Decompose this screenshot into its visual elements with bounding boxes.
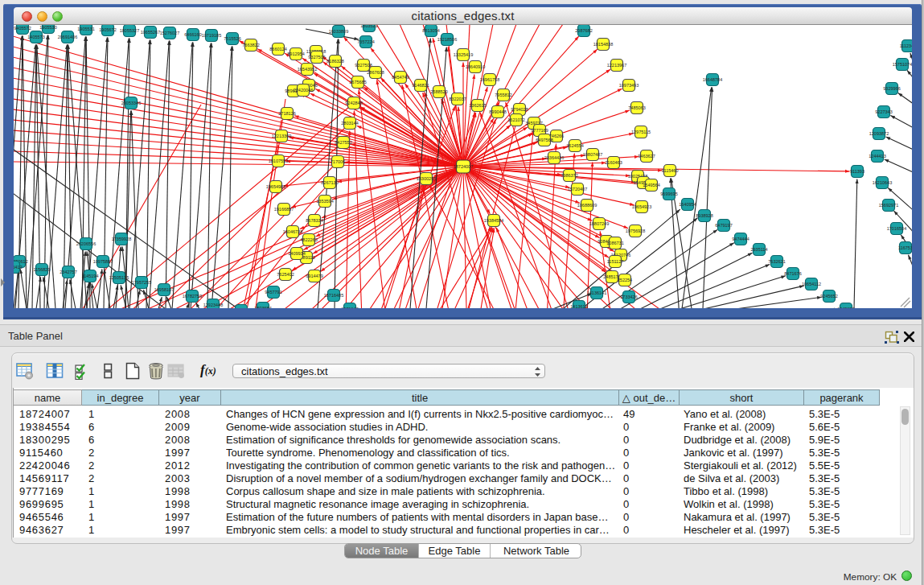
svg-text:252254: 252254 [618, 278, 632, 282]
svg-text:1145194: 1145194 [81, 274, 98, 278]
svg-text:8427552: 8427552 [335, 140, 351, 145]
svg-text:18724007: 18724007 [454, 164, 473, 169]
svg-text:9777169: 9777169 [531, 128, 548, 133]
svg-text:10958107: 10958107 [154, 287, 174, 292]
svg-text:8990448: 8990448 [489, 109, 506, 114]
svg-text:10975887: 10975887 [93, 259, 113, 264]
svg-text:12923448: 12923448 [203, 303, 223, 307]
svg-text:18055327: 18055327 [120, 28, 139, 33]
svg-text:1405573: 1405573 [27, 35, 44, 39]
svg-text:9227343: 9227343 [875, 109, 892, 114]
svg-text:1362615: 1362615 [469, 103, 486, 108]
svg-text:2935114: 2935114 [750, 247, 767, 252]
svg-text:2803144: 2803144 [341, 121, 358, 126]
svg-text:7515526: 7515526 [224, 36, 240, 41]
svg-text:9242848: 9242848 [345, 101, 362, 105]
svg-text:7357224: 7357224 [357, 39, 374, 44]
svg-text:10719185: 10719185 [202, 33, 221, 38]
svg-text:717006: 717006 [331, 159, 345, 164]
svg-text:9327505: 9327505 [308, 55, 325, 60]
svg-text:16543952: 16543952 [298, 67, 317, 72]
svg-text:10654112: 10654112 [802, 282, 821, 286]
svg-text:8938928: 8938928 [696, 213, 713, 218]
svg-text:1640954: 1640954 [679, 202, 696, 207]
svg-text:18807249: 18807249 [589, 221, 609, 226]
svg-text:16046738: 16046738 [283, 229, 302, 234]
svg-text:9329966: 9329966 [883, 86, 900, 91]
svg-text:2867608: 2867608 [367, 70, 384, 75]
svg-text:1733426: 1733426 [620, 295, 637, 299]
svg-text:8186328: 8186328 [326, 59, 343, 64]
svg-text:8660124: 8660124 [269, 47, 286, 51]
svg-text:3675685: 3675685 [349, 80, 366, 84]
svg-text:19654923: 19654923 [632, 204, 651, 209]
svg-text:1353594: 1353594 [316, 199, 333, 204]
svg-text:17016504: 17016504 [887, 226, 906, 231]
svg-text:18107553: 18107553 [269, 159, 288, 163]
svg-text:20053346: 20053346 [121, 101, 141, 105]
svg-text:20691406: 20691406 [58, 35, 77, 39]
svg-text:8267130: 8267130 [321, 180, 338, 185]
svg-text:15276027: 15276027 [160, 31, 179, 35]
svg-text:1156829: 1156829 [33, 267, 50, 272]
svg-text:18300295: 18300295 [417, 176, 436, 181]
svg-text:9115460: 9115460 [661, 168, 678, 173]
svg-text:1803684: 1803684 [254, 306, 271, 308]
svg-text:1244413: 1244413 [869, 154, 885, 159]
svg-text:8813054: 8813054 [422, 28, 439, 33]
svg-text:20364436: 20364436 [544, 155, 564, 160]
svg-text:22420046: 22420046 [294, 88, 313, 93]
svg-text:9405572: 9405572 [14, 26, 31, 31]
svg-text:9327508: 9327508 [355, 63, 372, 68]
svg-text:1151127: 1151127 [607, 259, 624, 264]
svg-text:8678334: 8678334 [306, 218, 322, 223]
svg-text:8912954: 8912954 [287, 51, 304, 56]
svg-text:19756928: 19756928 [626, 229, 645, 233]
svg-text:3624554: 3624554 [566, 143, 583, 148]
svg-text:14136141: 14136141 [587, 290, 606, 295]
svg-text:1086731: 1086731 [606, 241, 623, 245]
svg-text:9699695: 9699695 [660, 192, 677, 196]
svg-text:9457791: 9457791 [265, 290, 281, 295]
svg-text:10807487: 10807487 [583, 152, 602, 157]
svg-text:12093872: 12093872 [869, 131, 889, 136]
svg-text:7986372: 7986372 [561, 173, 577, 178]
svg-text:1245652: 1245652 [837, 307, 854, 308]
svg-text:17359928: 17359928 [112, 237, 131, 241]
svg-text:9146821: 9146821 [412, 83, 429, 88]
svg-text:17957255: 17957255 [132, 280, 151, 285]
svg-text:1549564: 1549564 [643, 183, 659, 187]
svg-text:19654985: 19654985 [266, 184, 285, 189]
svg-text:16782759: 16782759 [183, 294, 202, 299]
svg-text:9463627: 9463627 [638, 154, 655, 159]
svg-text:7485063: 7485063 [628, 105, 645, 110]
svg-text:8454749: 8454749 [392, 75, 409, 80]
svg-text:1621072: 1621072 [507, 117, 524, 122]
svg-text:1905530: 1905530 [39, 25, 56, 30]
svg-text:10655267: 10655267 [141, 30, 160, 35]
svg-text:2342757: 2342757 [60, 270, 76, 274]
svg-text:16210643: 16210643 [873, 180, 892, 185]
svg-text:1571648: 1571648 [341, 307, 358, 308]
svg-text:9245652: 9245652 [820, 294, 837, 299]
svg-text:15716485: 15716485 [324, 293, 343, 298]
svg-text:13325419: 13325419 [454, 52, 473, 57]
svg-text:10688609: 10688609 [577, 203, 597, 208]
svg-text:10973493: 10973493 [619, 83, 639, 88]
svg-text:2160463: 2160463 [605, 160, 622, 165]
svg-text:16961758: 16961758 [480, 77, 499, 82]
svg-text:16648784: 16648784 [703, 77, 722, 82]
svg-text:3915412: 3915412 [14, 265, 23, 270]
svg-text:6466160: 6466160 [184, 32, 201, 37]
svg-text:19218506: 19218506 [437, 37, 457, 42]
svg-text:12975115: 12975115 [631, 130, 651, 134]
svg-text:116753: 116753 [898, 245, 912, 250]
svg-text:18640910: 18640910 [466, 64, 485, 69]
svg-text:15751074: 15751074 [893, 62, 912, 67]
svg-text:7663822: 7663822 [242, 43, 259, 47]
svg-text:18154838: 18154838 [593, 42, 613, 47]
svg-text:15720407: 15720407 [568, 187, 587, 192]
svg-text:8471676: 8471676 [784, 271, 801, 276]
svg-text:19166857: 19166857 [274, 207, 294, 212]
svg-text:911393: 911393 [850, 169, 864, 174]
